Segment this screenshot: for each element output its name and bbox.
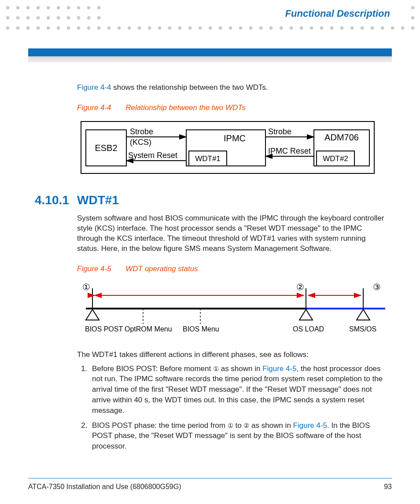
adm706-label: ADM706	[324, 132, 359, 142]
list-item-1: Before BIOS POST: Before moment ① as sho…	[89, 364, 385, 416]
label-bios-post: BIOS POST	[85, 325, 123, 333]
ipmc-label: IPMC	[224, 133, 246, 143]
footer-rule	[28, 478, 392, 478]
circ-3: ③	[373, 282, 381, 292]
wdt2-label: WDT#2	[323, 155, 348, 163]
header-blue-bar	[28, 48, 392, 56]
figure-4-4-number: Figure 4-4	[77, 103, 111, 112]
figure-4-5-ref-link-1[interactable]: Figure 4-5	[262, 364, 296, 373]
intro-tail: shows the relationship between the two W…	[111, 83, 268, 92]
figure-4-4-caption: Figure 4-4 Relationship between the two …	[77, 103, 385, 112]
strobe2: Strobe	[268, 127, 291, 136]
label-optrom: OptROM Menu	[125, 325, 172, 333]
sysreset: System Reset	[128, 151, 177, 160]
figure-4-4-ref-link[interactable]: Figure 4-4	[77, 83, 111, 92]
circ-2: ②	[296, 282, 304, 292]
figure-4-5-ref-link-2[interactable]: Figure 4-5	[293, 421, 327, 430]
header-gray-bar	[28, 56, 392, 63]
esb2-label: ESB2	[95, 143, 117, 153]
figure-4-5-diagram: ① ② ③ BIOS POST OptROM Menu BIOS Menu OS…	[77, 282, 385, 337]
marker-2	[299, 288, 313, 320]
figure-4-5-title: WDT operating status	[125, 265, 198, 273]
marker-1	[86, 288, 99, 320]
strobe1b: (KCS)	[130, 138, 151, 147]
page-content: Figure 4-4 shows the relationship betwee…	[77, 79, 385, 456]
section-header: Functional Description	[285, 8, 390, 19]
strobe1a: Strobe	[130, 127, 153, 136]
section-paragraph: System software and host BIOS communicat…	[77, 213, 385, 254]
wdt1-label: WDT#1	[195, 155, 221, 163]
list-item-2: BIOS POST phase: the time period from ① …	[89, 420, 385, 452]
figure-4-5-number: Figure 4-5	[77, 265, 111, 273]
label-bios-menu: BIOS Menu	[183, 325, 219, 333]
footer-page-number: 93	[384, 483, 392, 491]
label-os-load: OS LOAD	[293, 325, 324, 333]
label-sms-os: SMS/OS	[349, 325, 376, 333]
figure-4-5-caption: Figure 4-5 WDT operating status	[77, 265, 385, 273]
circ-1: ①	[82, 282, 90, 292]
marker-3	[357, 288, 370, 320]
intro-paragraph: Figure 4-4 shows the relationship betwee…	[77, 83, 385, 93]
footer-doc-title: ATCA-7350 Installation and Use (6806800G…	[28, 483, 181, 491]
section-number: 4.10.1	[35, 193, 77, 207]
phases-list: Before BIOS POST: Before moment ① as sho…	[77, 364, 385, 452]
phases-lead: The WDT#1 takes different actions in dif…	[77, 350, 385, 360]
ipmcreset: IPMC Reset	[268, 147, 311, 155]
figure-4-4-diagram: ESB2 IPMC WDT#1 ADM706 WDT#2 Strobe (KCS…	[81, 121, 375, 176]
figure-4-4-title: Relationship between the two WDTs	[125, 103, 245, 112]
section-title: WDT#1	[77, 193, 119, 207]
section-heading-row: 4.10.1 WDT#1	[35, 193, 385, 207]
